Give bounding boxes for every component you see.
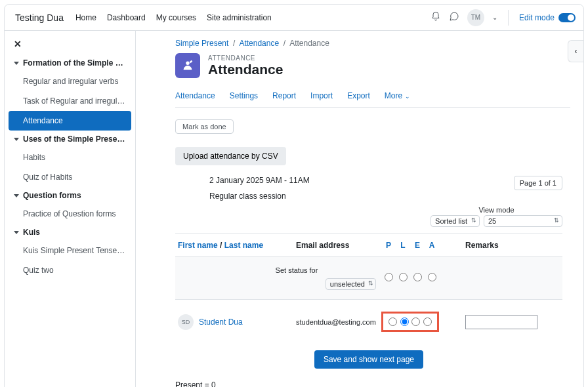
th-e[interactable]: E	[410, 241, 425, 250]
section-header-formation[interactable]: Formation of the Simple P...	[5, 54, 135, 71]
sidebar-item-kuis1[interactable]: Kuis Simple Present Tense Ta...	[5, 241, 135, 260]
setall-l-radio[interactable]	[399, 273, 408, 281]
student-avatar: SD	[178, 314, 194, 330]
sidebar-item-quiz-habits[interactable]: Quiz of Habits	[5, 167, 135, 187]
tab-export[interactable]: Export	[347, 87, 370, 107]
page-indicator: Page 1 of 1	[514, 176, 562, 190]
activity-tabs: Attendance Settings Report Import Export…	[175, 87, 570, 108]
sidebar-item-habits[interactable]: Habits	[5, 148, 135, 167]
crumb-current: Attendance	[289, 39, 329, 48]
tab-settings[interactable]: Settings	[230, 87, 258, 107]
user-avatar[interactable]: TM	[467, 9, 484, 26]
breadcrumb: Simple Present / Attendance / Attendance	[175, 39, 570, 48]
upload-csv-button[interactable]: Upload attendance by CSV	[175, 147, 286, 165]
nav-home[interactable]: Home	[75, 13, 96, 22]
edit-mode-label: Edit mode	[519, 13, 555, 22]
user-menu-chevron-icon[interactable]: ⌄	[492, 14, 497, 21]
sidebar-item-attendance[interactable]: Attendance	[9, 111, 131, 131]
section-header-uses[interactable]: Uses of the Simple Present...	[5, 131, 135, 148]
chat-icon[interactable]	[449, 11, 459, 24]
student-name-link[interactable]: Student Dua	[199, 317, 243, 327]
th-remarks: Remarks	[439, 241, 560, 250]
status-p-radio[interactable]	[388, 317, 397, 326]
status-e-radio[interactable]	[411, 317, 420, 326]
sidebar-item-quiztwo[interactable]: Quiz two	[5, 260, 135, 280]
toggle-switch-icon[interactable]	[558, 13, 576, 22]
tab-report[interactable]: Report	[272, 87, 296, 107]
viewmode-select[interactable]: Sorted list	[430, 215, 480, 227]
brand[interactable]: Testing Dua	[15, 12, 64, 23]
viewmode-label: View mode	[478, 206, 514, 214]
chevron-down-icon: ⌄	[405, 93, 410, 100]
status-l-radio[interactable]	[400, 317, 409, 326]
bell-icon[interactable]	[430, 11, 441, 24]
th-p[interactable]: P	[381, 241, 396, 250]
tab-attendance[interactable]: Attendance	[175, 87, 215, 107]
nav-dashboard[interactable]: Dashboard	[107, 13, 146, 22]
student-row: SD Student Dua studentdua@testing.com	[175, 300, 562, 344]
crumb-course[interactable]: Simple Present	[175, 39, 228, 48]
nav-siteadmin[interactable]: Site administration	[207, 13, 272, 22]
sidebar-item-task[interactable]: Task of Regular and irregular...	[5, 91, 135, 111]
sort-firstname[interactable]: First name	[178, 241, 218, 250]
set-status-label: Set status for	[217, 266, 376, 274]
tab-import[interactable]: Import	[310, 87, 333, 107]
course-index-sidebar: ✕ Formation of the Simple P... Regular a…	[5, 31, 136, 387]
remarks-input[interactable]	[465, 315, 537, 329]
main-content: ‹ Simple Present / Attendance / Attendan…	[136, 31, 583, 387]
nav-mycourses[interactable]: My courses	[156, 13, 196, 22]
perpage-select[interactable]: 25	[484, 215, 562, 227]
sidebar-item-practice[interactable]: Practice of Question forms	[5, 204, 135, 224]
topbar: Testing Dua Home Dashboard My courses Si…	[5, 5, 583, 31]
save-button[interactable]: Save and show next page	[314, 350, 423, 369]
session-datetime: 2 January 2025 9AM - 11AM	[209, 176, 310, 185]
summary-present: Present = 0	[175, 379, 562, 387]
status-highlight	[381, 312, 439, 332]
set-status-select[interactable]: unselected	[326, 278, 376, 290]
summary-block: Present = 0 Late = 0 Excused = 0 Absent …	[175, 379, 562, 387]
tab-more[interactable]: More ⌄	[385, 87, 410, 107]
sidebar-item-regular[interactable]: Regular and irregular verbs	[5, 71, 135, 91]
page-title: Attendance	[208, 62, 283, 77]
section-header-kuis[interactable]: Kuis	[5, 224, 135, 241]
th-email: Email address	[296, 241, 381, 250]
status-a-radio[interactable]	[423, 317, 432, 326]
attendance-icon	[175, 53, 200, 78]
th-a[interactable]: A	[425, 241, 439, 250]
setall-p-radio[interactable]	[385, 273, 393, 281]
th-l[interactable]: L	[396, 241, 410, 250]
close-icon[interactable]: ✕	[5, 36, 135, 54]
attendance-table: First name / Last name Email address P L…	[175, 234, 562, 344]
overline: ATTENDANCE	[208, 54, 283, 62]
setall-e-radio[interactable]	[413, 273, 422, 281]
setall-a-radio[interactable]	[428, 273, 436, 281]
section-header-question[interactable]: Question forms	[5, 187, 135, 204]
student-email: studentdua@testing.com	[296, 318, 381, 326]
crumb-attendance[interactable]: Attendance	[239, 39, 279, 48]
topnav: Home Dashboard My courses Site administr…	[75, 13, 272, 22]
session-desc: Regular class session	[209, 192, 310, 201]
edit-mode-toggle[interactable]: Edit mode	[519, 13, 576, 22]
right-drawer-toggle[interactable]: ‹	[568, 40, 583, 62]
mark-done-button[interactable]: Mark as done	[175, 119, 234, 134]
sort-lastname[interactable]: Last name	[224, 241, 263, 250]
